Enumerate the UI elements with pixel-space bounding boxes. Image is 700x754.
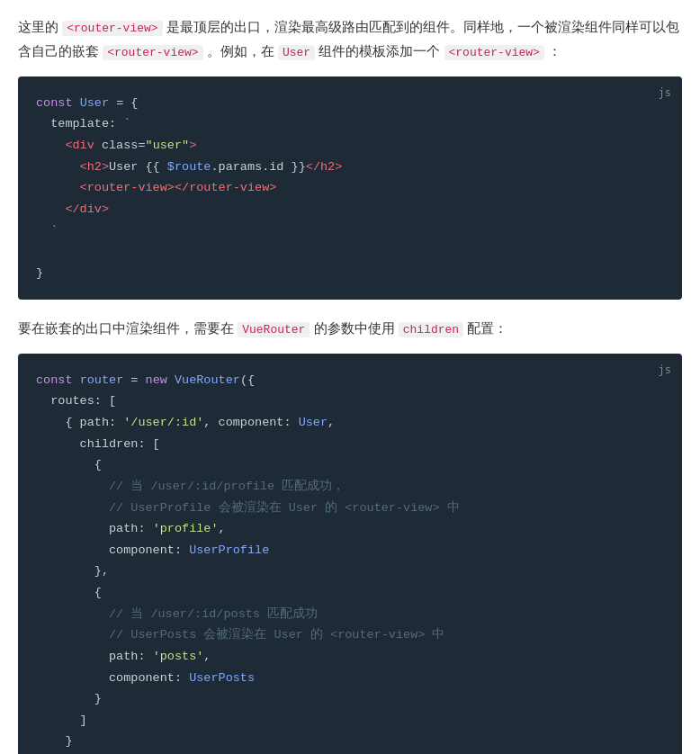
para1-tag3: User: [278, 45, 315, 60]
para2-prefix: 要在嵌套的出口中渲染组件，需要在: [18, 320, 234, 336]
code-content-1: const User = { template: ` <div class="u…: [36, 93, 664, 284]
para2-middle: 的参数中使用: [314, 320, 395, 336]
para1-prefix: 这里的: [18, 19, 58, 34]
paragraph-2: 要在嵌套的出口中渲染组件，需要在 VueRouter 的参数中使用 childr…: [18, 316, 682, 340]
para2-suffix: 配置：: [467, 320, 507, 336]
code-block-2: js const router = new VueRouter({ routes…: [18, 354, 682, 754]
para2-tag2: children: [399, 322, 463, 337]
code-content-2: const router = new VueRouter({ routes: […: [36, 370, 664, 754]
page-container: 这里的 <router-view> 是最顶层的出口，渲染最高级路由匹配到的组件。…: [0, 0, 700, 754]
lang-label-1: js: [659, 84, 671, 102]
para1-tag4: <router-view>: [444, 45, 544, 60]
para2-tag1: VueRouter: [238, 322, 310, 337]
para1-middle3: 组件的模板添加一个: [319, 43, 440, 58]
para1-middle2: 。例如，在: [207, 43, 274, 58]
para1-tag2: <router-view>: [103, 45, 202, 60]
para1-suffix: ：: [548, 43, 561, 58]
lang-label-2: js: [659, 361, 671, 379]
code-block-1: js const User = { template: ` <div class…: [18, 76, 682, 301]
paragraph-1: 这里的 <router-view> 是最顶层的出口，渲染最高级路由匹配到的组件。…: [18, 14, 682, 64]
para1-tag1: <router-view>: [62, 21, 162, 36]
